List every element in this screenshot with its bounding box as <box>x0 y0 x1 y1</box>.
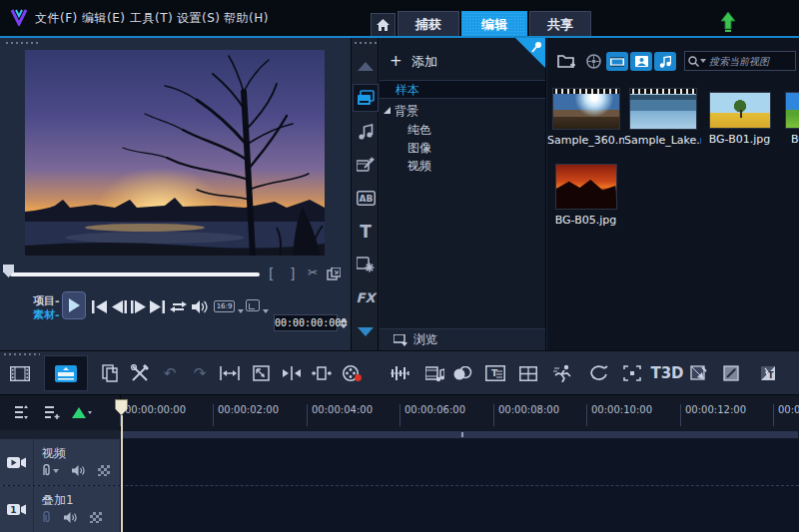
menu-settings[interactable]: 设置(S) <box>177 10 220 27</box>
category-title-icon[interactable]: T <box>356 222 376 242</box>
timecode-down-icon[interactable] <box>340 324 348 328</box>
mute-track-icon[interactable] <box>72 465 85 476</box>
category-overlay-icon[interactable] <box>356 254 376 273</box>
video-track-type-icon[interactable] <box>0 439 34 485</box>
timeline-scroll-strip[interactable] <box>122 430 799 439</box>
blend-clips-icon[interactable] <box>452 363 472 383</box>
category-media-icon[interactable] <box>353 84 379 112</box>
painting-creator-icon[interactable] <box>689 363 709 383</box>
link-clips-icon[interactable] <box>42 464 59 477</box>
previous-frame-button[interactable] <box>112 300 128 313</box>
tab-edit[interactable]: 编辑 <box>461 11 527 36</box>
subtitle-editor-icon[interactable]: T <box>485 363 505 383</box>
track-transparency-icon[interactable] <box>90 512 102 523</box>
trim-window-icon[interactable] <box>312 363 332 383</box>
media-item[interactable]: BG-B <box>775 88 799 146</box>
update-arrow-icon[interactable] <box>721 12 735 33</box>
scrubber-track[interactable] <box>10 272 260 276</box>
selection-tool-icon[interactable] <box>622 363 642 383</box>
menu-help[interactable]: 帮助(H) <box>224 10 269 27</box>
undo-icon[interactable]: ↶ <box>160 363 180 383</box>
tab-capture[interactable]: 捕获 <box>398 11 459 36</box>
media-item[interactable]: Sample_360.mp4 <box>547 88 624 147</box>
mark-in-icon[interactable]: [ <box>269 266 274 281</box>
pan-zoom-button[interactable] <box>246 299 260 311</box>
copy-icon[interactable] <box>100 363 120 383</box>
tree-item-samples[interactable]: 样本 <box>380 80 545 99</box>
tree-item-solid-color[interactable]: 纯色 <box>380 121 545 140</box>
tree-item-video[interactable]: 视频 <box>380 157 545 176</box>
play-button[interactable] <box>62 291 86 319</box>
tree-item-image[interactable]: 图像 <box>380 139 545 158</box>
mute-track-icon[interactable] <box>64 512 77 523</box>
timeline-view-icon[interactable] <box>44 355 88 391</box>
panel-drag-handle[interactable] <box>6 42 38 44</box>
fit-project-icon[interactable] <box>220 363 240 383</box>
import-media-icon[interactable] <box>557 53 576 69</box>
project-mode-toggle[interactable]: 项目- <box>33 293 60 308</box>
category-filter-icon[interactable]: FX <box>356 287 376 307</box>
media-item[interactable]: BG-B05.jpg <box>547 160 624 227</box>
track-transparency-icon[interactable] <box>98 465 110 476</box>
search-caret-icon[interactable] <box>700 59 706 63</box>
menu-edit[interactable]: 编辑(E) <box>82 10 125 27</box>
link-clips-icon[interactable] <box>42 511 51 524</box>
show-all-tracks-icon[interactable] <box>10 403 30 421</box>
overlay-track-header[interactable]: 1 叠加1 <box>0 486 120 532</box>
preview-video[interactable] <box>25 50 325 256</box>
redo-icon[interactable]: ↷ <box>190 363 210 383</box>
aspect-ratio-selector[interactable]: 16:9 <box>214 300 235 312</box>
mask-creator-icon[interactable] <box>589 363 609 383</box>
title-mask-icon[interactable]: T <box>759 363 779 383</box>
repeat-button[interactable] <box>170 300 186 313</box>
timecode-display[interactable]: 00:00:00:000 <box>274 314 338 331</box>
clip-mode-toggle[interactable]: 素材- <box>33 307 60 322</box>
filter-videos-button[interactable] <box>606 52 628 71</box>
3d-title-editor-icon[interactable]: T3D <box>654 363 680 383</box>
motion-tracking-icon[interactable] <box>553 363 573 383</box>
smart-proxy-icon[interactable] <box>586 54 601 69</box>
scroll-down-icon[interactable] <box>356 321 376 341</box>
next-frame-button[interactable] <box>131 300 147 313</box>
overlay-track-type-icon[interactable]: 1 <box>0 486 34 532</box>
aspect-caret-icon[interactable] <box>238 309 244 313</box>
sound-mixer-icon[interactable] <box>390 363 409 383</box>
split-clip-tool-icon[interactable] <box>282 363 302 383</box>
track-manager-icon[interactable] <box>42 403 62 421</box>
category-transition-icon[interactable]: AB <box>356 188 376 208</box>
pan-caret-icon[interactable] <box>263 309 269 313</box>
strip-drag-handle[interactable] <box>355 42 377 44</box>
draw-title-icon[interactable] <box>722 363 742 383</box>
volume-button[interactable] <box>192 300 208 313</box>
mark-out-icon[interactable]: ] <box>290 266 295 281</box>
go-to-end-button[interactable] <box>150 300 166 313</box>
enlarge-preview-icon[interactable] <box>327 267 341 280</box>
add-chapter-icon[interactable] <box>72 403 92 421</box>
enlarge-timeline-icon[interactable] <box>251 363 271 383</box>
timecode-stepper[interactable] <box>340 314 348 331</box>
go-to-start-button[interactable] <box>92 300 108 313</box>
tree-item-background[interactable]: 背景 <box>380 102 545 121</box>
browse-button[interactable]: 浏览 <box>380 328 545 350</box>
scroll-up-icon[interactable] <box>356 56 376 76</box>
media-item[interactable]: BG-B01.jpg <box>701 88 778 146</box>
auto-music-icon[interactable] <box>424 363 444 383</box>
pin-panel-icon[interactable] <box>515 38 545 68</box>
menu-tools[interactable]: 工具(T) <box>130 10 173 27</box>
playhead-line[interactable] <box>121 415 123 532</box>
category-instant-project-icon[interactable] <box>356 154 376 174</box>
search-input[interactable] <box>709 56 792 67</box>
timecode-up-icon[interactable] <box>340 318 348 322</box>
category-audio-icon[interactable] <box>356 122 376 142</box>
screen-capture-icon[interactable] <box>342 363 362 383</box>
split-screen-template-icon[interactable] <box>518 363 538 383</box>
toolbar-drag-handle[interactable] <box>4 353 40 355</box>
video-track-header[interactable]: 视频 <box>0 439 120 485</box>
menu-file[interactable]: 文件(F) <box>35 10 78 27</box>
expand-icon[interactable] <box>384 107 391 114</box>
home-button[interactable] <box>371 13 396 36</box>
search-icon[interactable] <box>688 56 699 67</box>
media-item[interactable]: Sample_Lake.m... <box>624 88 701 147</box>
filter-audio-button[interactable] <box>654 52 676 71</box>
filter-photos-button[interactable] <box>630 52 652 71</box>
